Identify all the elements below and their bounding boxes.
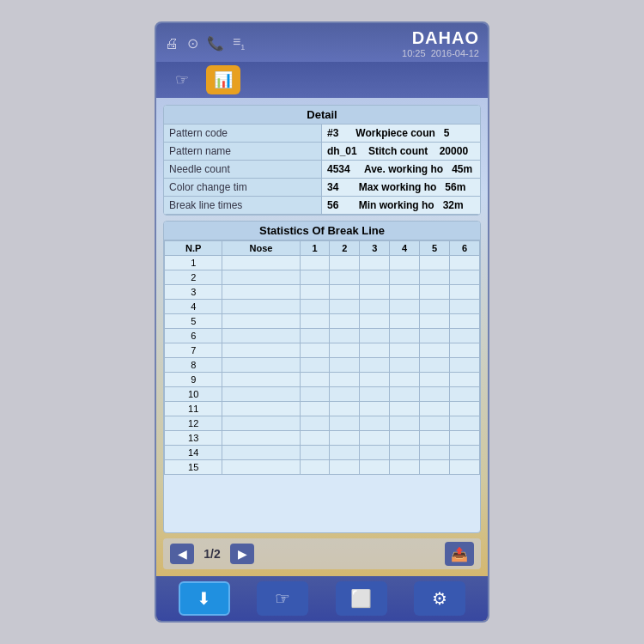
cell-data: [390, 314, 420, 329]
table-row: 15: [165, 460, 480, 475]
detail-label-pattern-name: Pattern name: [164, 143, 322, 161]
cell-data: [420, 416, 450, 431]
cell-data: [360, 329, 390, 343]
cell-data: [360, 460, 390, 475]
cell-np: 9: [165, 373, 222, 387]
cell-data: [222, 285, 300, 300]
cell-data: [390, 446, 420, 460]
cell-np: 3: [165, 285, 222, 300]
cell-data: [330, 270, 360, 285]
next-page-button[interactable]: ▶: [230, 544, 254, 564]
cell-np: 13: [165, 431, 222, 446]
cell-data: [330, 285, 360, 300]
cell-data: [300, 256, 330, 270]
col-header-3: 3: [360, 241, 390, 256]
cell-data: [390, 402, 420, 416]
cell-data: [420, 285, 450, 300]
hand-tool-button[interactable]: ☞: [165, 65, 199, 94]
stats-section: Statistics Of Break Line N.P Nose 1 2 3 …: [163, 221, 481, 533]
bottom-nav-rect[interactable]: ⬜: [336, 581, 387, 616]
cell-data: [222, 300, 300, 314]
detail-value-pattern-code: #3 Workpiece coun 5: [322, 125, 480, 143]
header-brand: DAHAO 10:25 2016-04-12: [402, 28, 479, 58]
cell-data: [330, 343, 360, 358]
col-header-1: 1: [300, 241, 330, 256]
cell-data: [222, 416, 300, 431]
table-row: 6: [165, 329, 480, 343]
cell-data: [330, 460, 360, 475]
cell-data: [222, 402, 300, 416]
cell-data: [360, 343, 390, 358]
table-row: 12: [165, 416, 480, 431]
main-content: Detail Pattern code #3 Workpiece coun 5 …: [156, 98, 488, 576]
cell-data: [222, 329, 300, 343]
cell-data: [390, 373, 420, 387]
cell-data: [222, 256, 300, 270]
cell-np: 7: [165, 343, 222, 358]
bottom-nav-pins[interactable]: ⚙: [414, 581, 465, 616]
circle-icon: ⊙: [187, 35, 198, 52]
table-row: 11: [165, 402, 480, 416]
brand-name: DAHAO: [402, 28, 479, 48]
col-header-4: 4: [390, 241, 420, 256]
cell-data: [360, 373, 390, 387]
stats-header-row: N.P Nose 1 2 3 4 5 6: [165, 241, 480, 256]
table-row: 14: [165, 446, 480, 460]
cell-data: [420, 343, 450, 358]
needle-icon: ⬇: [197, 588, 211, 609]
cell-data: [360, 256, 390, 270]
cell-np: 10: [165, 387, 222, 402]
bottom-nav-needle[interactable]: ⬇: [179, 581, 230, 616]
cell-data: [300, 446, 330, 460]
cell-data: [330, 358, 360, 373]
cell-data: [450, 256, 480, 270]
chart-tool-button[interactable]: 📊: [206, 65, 240, 94]
cell-data: [450, 285, 480, 300]
cell-data: [360, 431, 390, 446]
cell-data: [300, 402, 330, 416]
cell-data: [390, 358, 420, 373]
table-row: 8: [165, 358, 480, 373]
cell-data: [450, 358, 480, 373]
cell-data: [390, 416, 420, 431]
cell-data: [330, 329, 360, 343]
cell-data: [420, 300, 450, 314]
detail-value-pattern-name: dh_01 Stitch count 20000: [322, 143, 480, 161]
cell-data: [330, 300, 360, 314]
cell-np: 6: [165, 329, 222, 343]
cell-data: [300, 358, 330, 373]
cell-data: [300, 300, 330, 314]
cell-data: [390, 343, 420, 358]
cell-data: [390, 256, 420, 270]
cell-data: [450, 431, 480, 446]
detail-value-color-change: 34 Max working ho 56m: [322, 179, 480, 197]
table-row: 2: [165, 270, 480, 285]
cell-data: [420, 329, 450, 343]
prev-page-button[interactable]: ◀: [170, 544, 194, 564]
cell-data: [390, 387, 420, 402]
cell-data: [300, 329, 330, 343]
cell-data: [330, 402, 360, 416]
stats-body: 123456789101112131415: [165, 256, 480, 475]
detail-grid: Pattern code #3 Workpiece coun 5 Pattern…: [164, 125, 480, 215]
col-header-5: 5: [420, 241, 450, 256]
export-button[interactable]: 📤: [445, 542, 474, 566]
bottom-nav: ⬇ ☞ ⬜ ⚙: [156, 576, 488, 621]
cell-data: [420, 373, 450, 387]
table-row: 3: [165, 285, 480, 300]
header-icons: 🖨 ⊙ 📞 ≡1: [165, 34, 245, 52]
table-row: 5: [165, 314, 480, 329]
pagination: ◀ 1/2 ▶ 📤: [163, 538, 481, 569]
cell-data: [360, 285, 390, 300]
cell-data: [420, 314, 450, 329]
cell-data: [300, 270, 330, 285]
cell-data: [450, 387, 480, 402]
cell-data: [390, 431, 420, 446]
bottom-nav-hand[interactable]: ☞: [257, 581, 308, 616]
cell-data: [222, 460, 300, 475]
cell-data: [222, 387, 300, 402]
cell-data: [360, 358, 390, 373]
stats-title: Statistics Of Break Line: [164, 222, 480, 240]
cell-np: 8: [165, 358, 222, 373]
cell-data: [330, 256, 360, 270]
